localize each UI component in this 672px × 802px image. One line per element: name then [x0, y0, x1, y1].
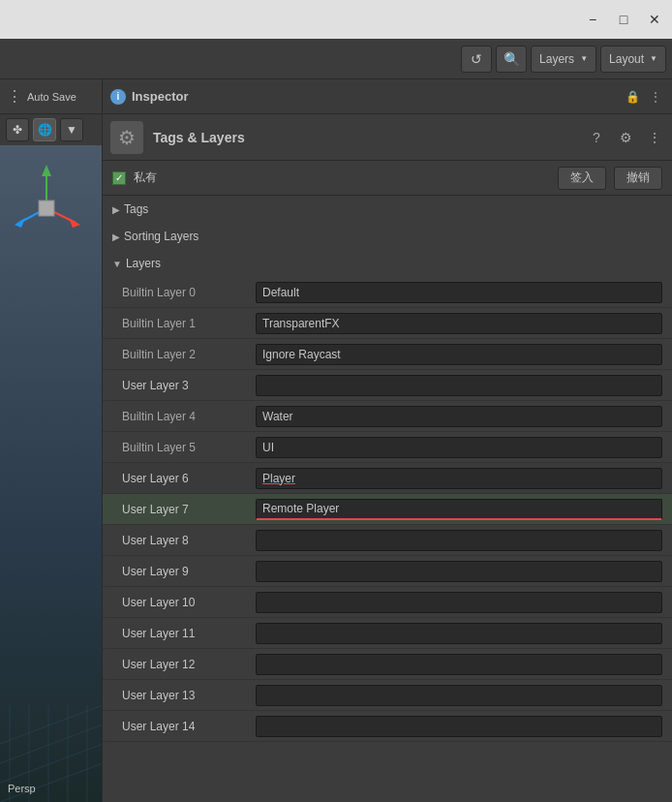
layers-dropdown[interactable]: Layers ▼: [531, 46, 596, 73]
inspector-dots-icon: ⋮: [650, 90, 661, 104]
layer-label: User Layer 11: [122, 627, 248, 640]
perspective-label: Persp: [8, 783, 36, 794]
tags-section-header[interactable]: ▶ Tags: [103, 196, 672, 223]
layer-label: Builtin Layer 0: [122, 286, 248, 299]
sorting-layers-section-label: Sorting Layers: [124, 230, 199, 243]
layout-arrow-icon: ▼: [650, 54, 657, 63]
inspector-header: i Inspector 🔒 ⋮: [103, 79, 672, 114]
layout-label: Layout: [609, 52, 644, 66]
layer-value-input[interactable]: [256, 468, 662, 489]
private-checkbox[interactable]: ✓: [112, 171, 126, 185]
layer-value-input[interactable]: [256, 344, 662, 365]
layer-label: User Layer 6: [122, 472, 248, 485]
grid-lines: [0, 608, 102, 802]
maximize-button[interactable]: □: [614, 10, 633, 29]
inspector-menu-button[interactable]: ⋮: [647, 88, 664, 106]
globe-tool-button[interactable]: 🌐: [33, 118, 56, 141]
left-panel-menu-button[interactable]: ⋮: [6, 88, 23, 106]
tags-layers-dots-icon: ⋮: [648, 130, 661, 145]
tags-layers-header: ⚙ Tags & Layers ? ⚙ ⋮: [103, 114, 672, 161]
svg-line-8: [0, 725, 102, 763]
layer-value-input[interactable]: [256, 437, 662, 458]
arrow-tool-button[interactable]: ▼: [60, 118, 83, 141]
scene-viewport[interactable]: Persp: [0, 145, 102, 802]
layer-row: Builtin Layer 5: [103, 432, 672, 463]
layer-label: Builtin Layer 4: [122, 410, 248, 423]
minimize-button[interactable]: −: [583, 10, 602, 29]
tags-layers-menu-button[interactable]: ⋮: [645, 128, 664, 147]
scene-gizmo: [8, 155, 85, 242]
history-button[interactable]: ↺: [461, 46, 492, 73]
layers-list: Builtin Layer 0Builtin Layer 1Builtin La…: [103, 277, 672, 802]
layer-label: Builtin Layer 1: [122, 317, 248, 330]
checkmark-icon: ✓: [115, 172, 123, 183]
left-panel-toolbar: ⋮ Auto Save: [0, 79, 102, 114]
svg-marker-1: [42, 165, 51, 176]
layer-label: User Layer 7: [122, 503, 248, 516]
layer-label: User Layer 9: [122, 565, 248, 578]
auto-save-label: Auto Save: [27, 91, 76, 103]
close-button[interactable]: ✕: [645, 10, 664, 29]
layer-row: User Layer 9: [103, 556, 672, 587]
settings-icon: ⚙: [620, 130, 632, 145]
checkin-button[interactable]: 签入: [558, 167, 606, 190]
layer-value-input[interactable]: [256, 561, 662, 582]
layer-value-input[interactable]: [256, 499, 662, 520]
inspector-info-icon: i: [110, 89, 126, 105]
search-icon: 🔍: [504, 51, 520, 67]
hand-tool-button[interactable]: ✤: [6, 118, 29, 141]
tags-layers-settings-button[interactable]: ⚙: [616, 128, 635, 147]
layer-row: User Layer 13: [103, 680, 672, 711]
layers-section-header[interactable]: ▼ Layers: [103, 250, 672, 277]
hand-icon: ✤: [13, 123, 22, 137]
layer-row: Builtin Layer 2: [103, 339, 672, 370]
layer-value-input[interactable]: [256, 375, 662, 396]
private-label: 私有: [134, 170, 157, 186]
inspector-lock-button[interactable]: 🔒: [624, 88, 641, 106]
layer-value-input[interactable]: [256, 406, 662, 427]
lock-icon: 🔒: [626, 90, 640, 104]
layer-label: User Layer 10: [122, 596, 248, 609]
layers-arrow-icon: ▼: [580, 54, 588, 63]
layer-label: User Layer 13: [122, 689, 248, 702]
layer-label: Builtin Layer 2: [122, 348, 248, 361]
arrow-down-icon: ▼: [66, 123, 77, 137]
layer-row: User Layer 6: [103, 463, 672, 494]
history-icon: ↺: [471, 51, 482, 67]
tags-layers-gear-icon: ⚙: [110, 121, 143, 154]
layer-value-input[interactable]: [256, 592, 662, 613]
globe-icon: 🌐: [38, 123, 52, 137]
layer-value-input[interactable]: [256, 654, 662, 675]
layer-label: User Layer 3: [122, 379, 248, 392]
search-button[interactable]: 🔍: [496, 46, 527, 73]
title-bar: − □ ✕: [0, 0, 672, 39]
cancel-button[interactable]: 撤销: [614, 167, 662, 190]
layer-value-input[interactable]: [256, 716, 662, 737]
layer-value-input[interactable]: [256, 313, 662, 334]
layers-arrow-icon: ▼: [112, 259, 122, 269]
layer-row: Builtin Layer 1: [103, 308, 672, 339]
left-panel: ⋮ Auto Save ✤ 🌐 ▼: [0, 79, 103, 802]
sorting-layers-section-header[interactable]: ▶ Sorting Layers: [103, 223, 672, 250]
left-panel-tools: ✤ 🌐 ▼: [0, 114, 102, 145]
layer-label: Builtin Layer 5: [122, 441, 248, 454]
layer-value-input[interactable]: [256, 623, 662, 644]
layer-label: User Layer 14: [122, 720, 248, 733]
layer-value-input[interactable]: [256, 282, 662, 303]
sorting-layers-arrow-icon: ▶: [112, 231, 120, 242]
tags-layers-help-button[interactable]: ?: [587, 128, 606, 147]
help-icon: ?: [593, 130, 600, 145]
layer-value-input[interactable]: [256, 685, 662, 706]
layer-row: User Layer 11: [103, 618, 672, 649]
inspector-title: Inspector: [132, 89, 189, 104]
svg-rect-6: [39, 200, 54, 216]
layout-dropdown[interactable]: Layout ▼: [600, 46, 666, 73]
tags-arrow-icon: ▶: [112, 204, 120, 215]
layer-value-input[interactable]: [256, 530, 662, 551]
layer-row: Builtin Layer 0: [103, 277, 672, 308]
svg-line-7: [0, 705, 102, 744]
layer-row: User Layer 3: [103, 370, 672, 401]
layer-row: User Layer 14: [103, 711, 672, 742]
layer-row: User Layer 8: [103, 525, 672, 556]
layer-row: User Layer 10: [103, 587, 672, 618]
